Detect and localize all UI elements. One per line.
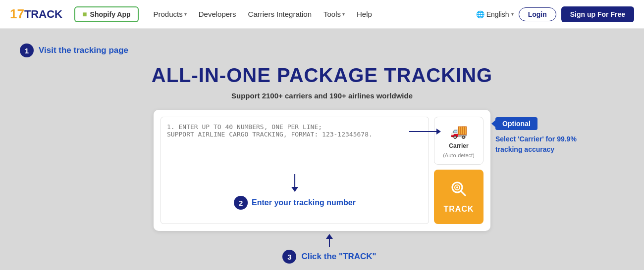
callout-arrow [491,120,495,127]
signup-button[interactable]: Sign up For Free [561,6,634,22]
chevron-down-icon: ▾ [184,11,187,17]
nav-developers[interactable]: Developers [194,7,241,21]
carrier-label: Carrier [449,142,468,149]
login-button[interactable]: Login [519,7,556,21]
header: 17 TRACK ■ Shopify App Products ▾ Develo… [0,0,644,29]
optional-desc: Select 'Carrier' for 99.9% tracking accu… [495,134,594,155]
logo-track: TRACK [24,8,62,21]
widget-wrapper: 2 Enter your tracking number 🚚 Carrier (… [154,110,490,264]
chevron-down-icon-lang: ▾ [511,11,514,17]
step1-text: Visit the tracking page [39,45,128,55]
nav: Products ▾ Developers Carriers Integrati… [149,7,470,21]
truck-icon: 🚚 [450,123,468,139]
carrier-sub: (Auto-detect) [443,152,475,158]
nav-carriers-integration[interactable]: Carriers Integration [243,7,317,21]
main-content: 1 Visit the tracking page ALL-IN-ONE PAC… [0,29,644,270]
carrier-button[interactable]: 🚚 Carrier (Auto-detect) [434,117,483,165]
step3-text: Click the "TRACK" [301,252,376,262]
shopify-icon: ■ [82,10,87,19]
step1-row: 1 Visit the tracking page [20,44,624,57]
nav-products[interactable]: Products ▾ [149,7,192,21]
page-title: ALL-IN-ONE PACKAGE TRACKING [20,64,624,87]
logo[interactable]: 17 TRACK [10,6,62,22]
svg-line-1 [461,191,465,195]
nav-help[interactable]: Help [352,7,377,21]
track-label: TRACK [444,205,474,214]
logo-17: 17 [10,6,24,22]
tracking-textarea[interactable] [167,123,423,207]
shopify-label: Shopify App [90,10,131,18]
header-right: 🌐 English ▾ Login Sign up For Free [476,6,634,22]
optional-arrow-container [492,121,493,122]
optional-callout-container: Optional Select 'Carrier' for 99.9% trac… [495,117,594,155]
nav-tools[interactable]: Tools ▾ [319,7,350,21]
shopify-app-button[interactable]: ■ Shopify App [74,6,139,22]
step3-container: 3 Click the "TRACK" [154,234,505,264]
svg-point-3 [456,186,458,188]
step3-arrow-up-head [326,234,333,239]
step3-badge: 3 [282,250,296,264]
step1-badge: 1 [20,44,34,57]
globe-icon: 🌐 [476,10,484,18]
step3-arrow-up-line [329,239,330,247]
subtitle: Support 2100+ carriers and 190+ airlines… [20,91,624,100]
step3-row: 3 Click the "TRACK" [282,250,376,264]
track-button[interactable]: TRACK [434,170,483,224]
track-search-icon [450,180,468,202]
language-selector[interactable]: 🌐 English ▾ [476,10,514,18]
chevron-down-icon-tools: ▾ [342,11,345,17]
optional-callout: Optional [495,117,537,130]
tracking-controls: 🚚 Carrier (Auto-detect) TRACK [434,117,483,224]
tracking-input-area: 2 Enter your tracking number [161,117,429,224]
tracking-widget: 2 Enter your tracking number 🚚 Carrier (… [154,110,490,231]
